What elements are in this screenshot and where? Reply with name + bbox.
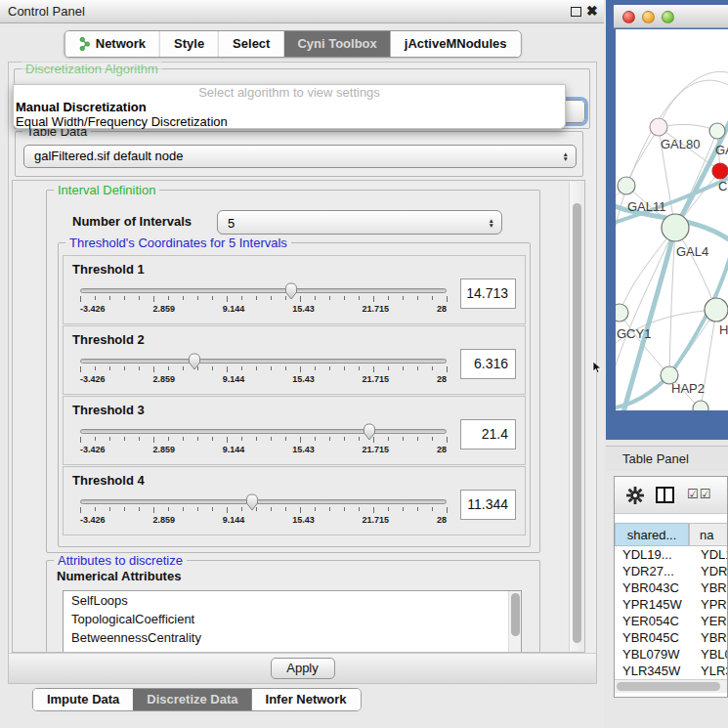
network-node-partial-top[interactable] <box>709 123 725 139</box>
slider-track[interactable] <box>80 429 447 434</box>
cell-name[interactable]: YER0 <box>689 613 728 629</box>
tab-select[interactable]: Select <box>218 31 283 57</box>
attributes-scrollbar[interactable] <box>508 591 521 653</box>
cell-name[interactable]: YDR2 <box>689 563 728 579</box>
node-label-partial-top: GA <box>715 143 728 157</box>
slider-track[interactable] <box>80 288 447 293</box>
table-row[interactable]: YDR27...YDR2 <box>615 563 728 579</box>
network-node-gal80[interactable] <box>650 118 667 136</box>
threshold-slider[interactable]: -3.4262.8599.14415.4321.71528 <box>80 282 447 314</box>
table-panel-toolbar: ☑☑ <box>615 477 727 514</box>
cell-name[interactable]: YBR0 <box>689 629 728 646</box>
node-label-gal11: GAL11 <box>627 199 666 214</box>
close-icon[interactable]: ✖ <box>586 3 598 19</box>
bottom-tab-infer-network[interactable]: Infer Network <box>252 689 361 710</box>
checkbox-filter-icon[interactable]: ☑☑ <box>687 487 711 501</box>
tab-label: Discretize Data <box>147 689 237 710</box>
tab-network[interactable]: Network <box>65 31 159 57</box>
cell-shared-name[interactable]: YLR345W <box>615 663 689 679</box>
table-row[interactable]: YBL079WYBL0 <box>615 646 728 663</box>
table-panel-window: ☑☑ shared... na YDL19...YDL1YDR27...YDR2… <box>614 476 728 698</box>
table-hscrollbar-thumb[interactable] <box>617 682 720 691</box>
column-header-shared-name[interactable]: shared... <box>615 523 689 546</box>
threshold-slider[interactable]: -3.4262.8599.14415.4321.71528 <box>80 423 447 454</box>
zoom-traffic-light[interactable] <box>662 11 674 23</box>
table-row[interactable]: YBR043CYBR0 <box>615 579 728 596</box>
scale-tick-label: 21.715 <box>363 374 390 384</box>
table-row[interactable]: YPR145WYPR1 <box>615 596 728 613</box>
panel-scrollbar[interactable] <box>569 182 583 651</box>
scale-tick-label: 28 <box>437 304 447 314</box>
cell-shared-name[interactable]: YBR045C <box>615 629 689 646</box>
threshold-value-field[interactable]: 21.4 <box>460 419 516 450</box>
cell-shared-name[interactable]: YPR145W <box>615 596 689 613</box>
table-data-combobox[interactable]: galFiltered.sif default node ▲▼ <box>23 145 577 168</box>
cell-shared-name[interactable]: YDL19... <box>615 546 689 563</box>
network-node-gcy1[interactable] <box>616 304 628 321</box>
table-row[interactable]: YBR045CYBR0 <box>615 629 728 646</box>
attribute-item[interactable]: TopologicalCoefficient <box>64 610 521 628</box>
network-graph: GAL80 GA C GAL11 GAL4 GCY1 H HAP2 <box>616 29 728 410</box>
algorithm-option-manual[interactable]: Manual Discretization <box>14 100 565 114</box>
cell-shared-name[interactable]: YBL079W <box>615 646 689 663</box>
column-selector-icon[interactable] <box>656 487 674 503</box>
network-canvas[interactable]: GAL80 GA C GAL11 GAL4 GCY1 H HAP2 <box>616 29 728 410</box>
slider-scale-labels: -3.4262.8599.14415.4321.71528 <box>80 445 447 454</box>
threshold-value-field[interactable]: 14.713 <box>460 278 516 309</box>
threshold-slider[interactable]: -3.4262.8599.14415.4321.71528 <box>80 493 447 525</box>
network-node-bottom[interactable] <box>693 401 708 410</box>
network-node-gal4[interactable] <box>662 214 689 241</box>
tab-style[interactable]: Style <box>159 31 218 57</box>
numerical-attributes-list: SelfLoopsTopologicalCoefficientBetweenne… <box>63 590 522 653</box>
scale-tick-label: -3.426 <box>80 445 106 454</box>
cell-name[interactable]: YBL0 <box>689 646 728 663</box>
attribute-item[interactable]: SelfLoops <box>64 591 521 610</box>
network-node-gal11[interactable] <box>618 177 635 194</box>
cell-name[interactable]: YBR0 <box>689 579 728 596</box>
scale-tick-label: 2.859 <box>152 374 175 384</box>
tab-cyni-toolbox[interactable]: Cyni Toolbox <box>283 31 390 57</box>
attributes-scrollbar-thumb[interactable] <box>511 593 520 636</box>
cell-shared-name[interactable]: YDR27... <box>615 563 689 579</box>
panel-scrollbar-thumb[interactable] <box>573 203 581 643</box>
algorithm-option-equal-width[interactable]: Equal Width/Frequency Discretization <box>14 114 565 129</box>
bottom-tab-bar: Impute DataDiscretize DataInfer Network <box>32 688 362 711</box>
minimize-traffic-light[interactable] <box>642 11 655 23</box>
scale-tick-label: 15.43 <box>292 445 315 454</box>
spinner-arrows-icon: ▲▼ <box>489 211 494 234</box>
apply-button[interactable]: Apply <box>271 658 335 679</box>
cell-name[interactable]: YPR1 <box>689 596 728 613</box>
tab-label: Network <box>96 31 146 57</box>
table-rows: YDL19...YDL1YDR27...YDR2YBR043CYBR0YPR14… <box>615 546 728 683</box>
float-window-icon[interactable] <box>571 7 581 17</box>
cell-shared-name[interactable]: YBR043C <box>615 579 689 596</box>
attribute-item[interactable]: BetweennessCentrality <box>64 628 521 647</box>
table-row[interactable]: YER054CYER0 <box>615 613 728 629</box>
top-tab-bar: NetworkStyleSelectCyni ToolboxjActiveMNo… <box>64 30 522 58</box>
slider-track[interactable] <box>80 359 447 364</box>
cell-name[interactable]: YDL1 <box>689 546 728 563</box>
tab-jactivemnodules[interactable]: jActiveMNodules <box>391 31 521 57</box>
threshold-slider[interactable]: -3.4262.8599.14415.4321.71528 <box>80 353 447 384</box>
threshold-value-field[interactable]: 11.344 <box>460 490 516 520</box>
slider-track[interactable] <box>80 499 447 504</box>
slider-scale-labels: -3.4262.8599.14415.4321.71528 <box>80 304 447 314</box>
bottom-tab-discretize-data[interactable]: Discretize Data <box>133 689 251 710</box>
table-horizontal-scrollbar[interactable] <box>615 679 727 693</box>
apply-strip: Apply <box>9 653 596 683</box>
cell-name[interactable]: YLR3 <box>689 663 728 679</box>
table-row[interactable]: YDL19...YDL1 <box>615 546 728 563</box>
interval-definition-group: Interval Definition Number of Intervals … <box>46 190 540 553</box>
table-panel-titlebar: Table Panel <box>606 446 728 471</box>
gear-icon[interactable] <box>626 487 644 504</box>
bottom-tab-impute-data[interactable]: Impute Data <box>33 689 133 710</box>
cell-shared-name[interactable]: YER054C <box>615 613 689 629</box>
close-traffic-light[interactable] <box>622 11 635 23</box>
network-node-red[interactable] <box>712 163 728 179</box>
threshold-value-field[interactable]: 6.316 <box>460 349 516 379</box>
column-header-name[interactable]: na <box>689 523 728 546</box>
table-row[interactable]: YLR345WYLR3 <box>615 663 728 679</box>
network-node-partial-right[interactable] <box>705 298 728 321</box>
number-of-intervals-combobox[interactable]: 5 ▲▼ <box>217 210 502 235</box>
number-of-intervals-value: 5 <box>228 211 235 236</box>
